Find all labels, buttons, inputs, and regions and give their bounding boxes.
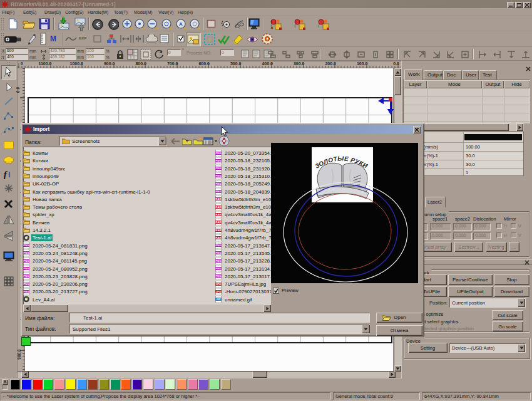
svg-text:f: f xyxy=(4,170,8,179)
svg-text:PNG: PNG xyxy=(23,244,29,247)
svg-text:RAR: RAR xyxy=(215,197,221,200)
svg-text:PNG: PNG xyxy=(23,259,29,263)
svg-text:PNG: PNG xyxy=(23,283,29,286)
svg-text:PNG: PNG xyxy=(23,267,29,270)
svg-text:PNG: PNG xyxy=(215,175,221,178)
svg-text:PNG: PNG xyxy=(215,259,221,263)
svg-text:RAR: RAR xyxy=(215,236,221,239)
svg-text:PNG: PNG xyxy=(215,167,221,170)
svg-text:PNG: PNG xyxy=(23,274,29,278)
svg-text:PNG: PNG xyxy=(23,290,29,293)
svg-text:PNG: PNG xyxy=(215,244,221,247)
svg-text:PNG: PNG xyxy=(215,252,221,255)
svg-text:RAR: RAR xyxy=(215,221,221,224)
svg-text:PNG: PNG xyxy=(215,190,221,193)
svg-text:I: I xyxy=(8,170,11,179)
svg-text:PNG: PNG xyxy=(215,267,221,270)
svg-text:PNG: PNG xyxy=(215,159,221,162)
svg-text:A: A xyxy=(179,21,183,27)
svg-text:GIF: GIF xyxy=(217,298,221,301)
svg-text:RAR: RAR xyxy=(215,206,221,209)
svg-text:JPG: JPG xyxy=(216,290,221,293)
svg-text:PNG: PNG xyxy=(215,182,221,185)
svg-text:JPG: JPG xyxy=(216,283,221,286)
svg-text:PNG: PNG xyxy=(215,274,221,278)
svg-text:PNG: PNG xyxy=(23,252,29,255)
svg-text:PNG: PNG xyxy=(215,152,221,155)
svg-text:RAR: RAR xyxy=(215,229,221,232)
svg-text:RAR: RAR xyxy=(215,213,221,216)
